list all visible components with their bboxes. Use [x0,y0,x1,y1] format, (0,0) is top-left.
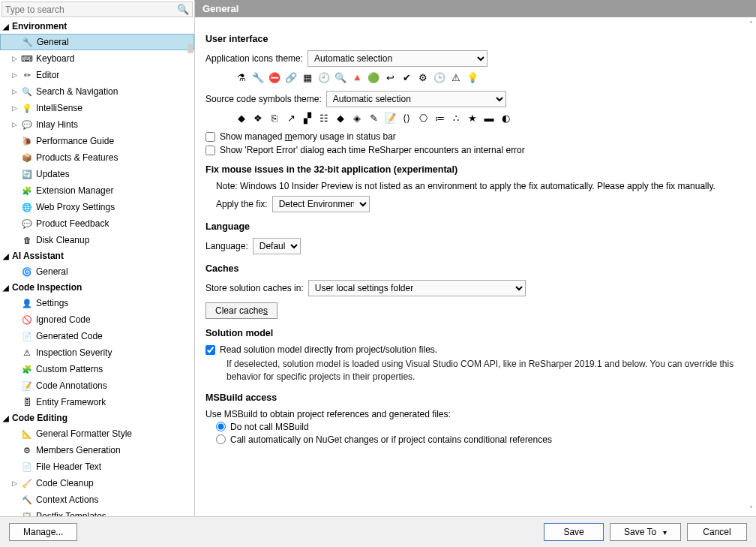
radio-msbuild-none[interactable] [216,422,226,431]
preview-icon: ☷ [318,112,330,124]
preview-icon: ↩ [384,71,396,83]
search-box[interactable]: 🔍 [2,2,193,17]
scroll-down-icon[interactable]: ˅ [749,505,753,513]
tree-item-postfix-templates[interactable]: 📋Postfix Templates [0,508,194,516]
chk-memory-label: Show managed memory usage in status bar [220,131,396,142]
tree-item-context-actions[interactable]: 🔨Context Actions [0,491,194,508]
caches-select[interactable]: User local settings folder [308,280,526,296]
settings-tree[interactable]: ◢Environment🔧General▷⌨Keyboard▷✏Editor▷🔍… [0,19,194,516]
tree-item-settings[interactable]: 👤Settings [0,295,194,311]
tree-item-generated-code[interactable]: 📄Generated Code [0,328,194,344]
tree-item-products-features[interactable]: 📦Products & Features [0,149,194,166]
item-icon: 📦 [21,152,33,164]
radio-msbuild-auto-label: Call automatically on NuGet changes or i… [230,434,552,445]
item-icon: 🔧 [22,36,34,48]
item-label: Keyboard [36,52,74,65]
tree-item-code-annotations[interactable]: 📝Code Annotations [0,377,194,394]
tree-item-inspection-severity[interactable]: ⚠Inspection Severity [0,344,194,361]
preview-icon: ⚗ [236,71,248,83]
tree-item-general[interactable]: 🌀General [0,263,194,280]
caret-right-icon: ▷ [10,68,18,82]
caches-label: Store solution caches in: [206,283,304,293]
tree-item-file-header-text[interactable]: 📄File Header Text [0,458,194,475]
radio-msbuild-auto[interactable] [216,434,226,444]
tree-item-entity-framework[interactable]: 🗄Entity Framework [0,394,194,410]
chk-report-error[interactable] [206,146,215,155]
tree-group-code-inspection[interactable]: ◢Code Inspection [0,280,194,295]
caret-right-icon: ▷ [10,476,18,490]
tree-item-inlay-hints[interactable]: ▷💬Inlay Hints [0,116,194,133]
tree-item-performance-guide[interactable]: 🐌Performance Guide [0,133,194,149]
preview-icon: ↗ [285,112,297,124]
msbuild-desc: Use MSBuild to obtain project references… [206,409,746,419]
preview-icon: ✔ [400,71,412,83]
caret-down-icon: ◢ [3,252,9,260]
item-icon: 🔨 [21,494,33,506]
manage-button[interactable]: Manage... [9,523,77,541]
search-icon[interactable]: 🔍 [177,4,189,15]
item-icon: 🚫 [21,314,33,326]
item-label: Settings [36,296,68,310]
tree-item-general-formatter-style[interactable]: 📐General Formatter Style [0,425,194,442]
tree-group-ai-assistant[interactable]: ◢AI Assistant [0,248,194,263]
tree-group-environment[interactable]: ◢Environment [0,19,194,34]
tree-item-product-feedback[interactable]: 💬Product Feedback [0,215,194,232]
apply-fix-select[interactable]: Detect Environment [272,196,370,212]
preview-icon: ▞ [302,112,314,124]
chk-solution-model[interactable] [206,345,215,355]
item-icon: 🧩 [21,185,33,197]
item-label: Postfix Templates [36,509,106,516]
item-icon: 🗄 [21,396,33,408]
preview-icon: 🔍 [334,71,346,83]
preview-icon: ◐ [500,112,512,124]
icons-theme-select[interactable]: Automatic selection [308,50,488,67]
scroll-up-icon[interactable]: ˄ [749,20,753,29]
search-input[interactable] [5,5,177,15]
tree-item-search-navigation[interactable]: ▷🔍Search & Navigation [0,83,194,100]
chk-solution-model-label: Read solution model directly from projec… [220,344,437,355]
cancel-button[interactable]: Cancel [687,523,747,541]
symbols-theme-select[interactable]: Automatic selection [326,91,506,107]
content-body: ˄ User interface Application icons theme… [195,17,756,516]
item-icon: ⌨ [21,53,33,65]
chk-memory-usage[interactable] [206,132,215,142]
tree-item-general[interactable]: 🔧General [0,34,194,50]
tree-item-extension-manager[interactable]: 🧩Extension Manager [0,182,194,199]
tree-item-code-cleanup[interactable]: ▷🧹Code Cleanup [0,475,194,491]
preview-icon: 🔗 [285,71,297,83]
item-label: IntelliSense [36,101,82,115]
save-button[interactable]: Save [544,523,604,541]
item-icon: 📋 [21,510,33,516]
clear-caches-button[interactable]: Clear caches [206,302,278,319]
item-label: Editor [36,68,59,82]
tree-item-ignored-code[interactable]: 🚫Ignored Code [0,311,194,328]
section-solution-model: Solution model [206,328,746,338]
preview-icon: ◈ [351,112,363,124]
item-icon: 🗑 [21,234,33,246]
item-icon: 🐌 [21,135,33,147]
tree-item-editor[interactable]: ▷✏Editor [0,67,194,83]
tree-item-web-proxy-settings[interactable]: 🌐Web Proxy Settings [0,199,194,215]
tree-item-members-generation[interactable]: ⚙Members Generation [0,442,194,458]
item-icon: 🔍 [21,86,33,98]
language-select[interactable]: Default [253,238,301,254]
caret-right-icon: ▷ [10,101,18,115]
item-label: Ignored Code [36,313,91,326]
tree-group-code-editing[interactable]: ◢Code Editing [0,410,194,425]
item-icon: 🌐 [21,201,33,213]
scrollbar-thumb[interactable] [188,44,194,53]
item-label: Inspection Severity [36,346,112,359]
preview-icon: ≔ [434,112,446,124]
tree-item-custom-patterns[interactable]: 🧩Custom Patterns [0,361,194,377]
preview-icon: ❖ [252,112,264,124]
tree-item-updates[interactable]: 🔄Updates [0,166,194,182]
caret-right-icon: ▷ [10,85,18,98]
tree-item-disk-cleanup[interactable]: 🗑Disk Cleanup [0,232,194,248]
tree-item-intellisense[interactable]: ▷💡IntelliSense [0,100,194,116]
sidebar: 🔍 ◢Environment🔧General▷⌨Keyboard▷✏Editor… [0,0,195,516]
symbol-icons-preview: ◆❖⎘↗▞☷◆◈✎📝⟨⟩⎔≔∴★▬◐ [236,112,746,124]
caret-down-icon: ◢ [3,414,9,422]
save-to-button[interactable]: Save To [610,523,681,541]
tree-item-keyboard[interactable]: ▷⌨Keyboard [0,50,194,67]
item-label: General [37,35,69,49]
